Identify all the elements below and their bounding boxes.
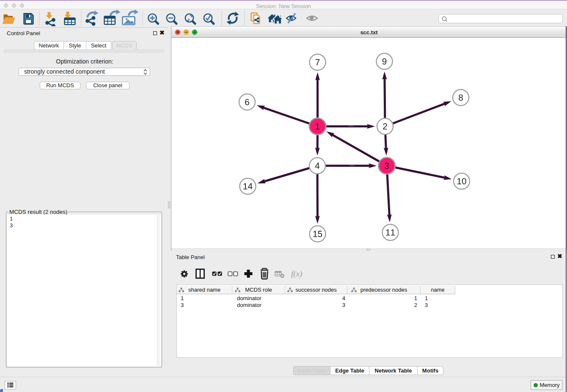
svg-text:f(x): f(x)	[291, 269, 302, 279]
